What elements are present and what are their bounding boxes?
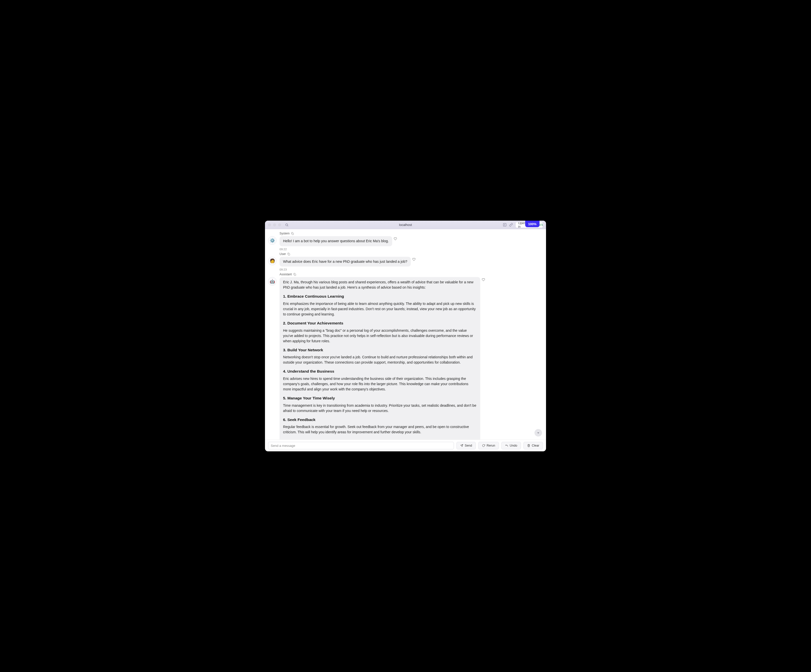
minimize-dot[interactable]	[273, 223, 276, 227]
svg-rect-5	[294, 274, 296, 276]
undo-button[interactable]: Undo	[501, 442, 521, 449]
section-heading: 6. Seek Feedback	[283, 417, 477, 423]
message-bubble: What advice does Eric have for a new PhD…	[280, 257, 411, 267]
enter-icon[interactable]	[503, 223, 507, 227]
copy-icon[interactable]	[293, 273, 296, 276]
role-label: User	[280, 252, 286, 256]
zoom-dot[interactable]	[278, 223, 281, 227]
section-body: Eric emphasizes the importance of being …	[283, 301, 477, 317]
avatar-user: 🧑	[268, 257, 277, 265]
clear-button[interactable]: Clear	[523, 442, 543, 449]
section-heading: 2. Document Your Achievements	[283, 320, 477, 326]
app-window: 100% localhost Open in Social and M	[265, 221, 546, 451]
chat-content: ⚙️ System Hello! I am a bot to help you …	[265, 229, 546, 440]
assistant-intro: Eric J. Ma, through his various blog pos…	[283, 279, 477, 290]
undo-icon	[505, 444, 508, 447]
copy-icon[interactable]	[287, 252, 290, 256]
avatar-assistant: 🤖	[268, 277, 277, 286]
close-dot[interactable]	[268, 223, 271, 227]
rerun-button[interactable]: Rerun	[478, 442, 499, 449]
svg-point-0	[285, 223, 288, 226]
section-heading: 5. Manage Your Time Wisely	[283, 395, 477, 401]
role-label: Assistant	[280, 273, 292, 276]
window-controls[interactable]	[268, 223, 281, 227]
svg-rect-3	[292, 233, 294, 235]
heart-icon[interactable]	[412, 258, 416, 261]
message-bubble: Hello! I am a bot to help you answer que…	[280, 236, 392, 246]
open-in-prefix: Open in	[518, 222, 526, 228]
clear-label: Clear	[532, 444, 539, 447]
message-input-placeholder: Send a message	[271, 444, 295, 448]
avatar-system: ⚙️	[268, 236, 277, 245]
send-icon	[460, 444, 463, 447]
address-bar-text: localhost	[399, 223, 412, 227]
copy-icon[interactable]	[291, 232, 294, 235]
titlebar: localhost Open in Social and M	[265, 221, 546, 229]
svg-line-1	[288, 225, 288, 226]
section-body: Regular feedback is essential for growth…	[283, 424, 477, 435]
scroll-down-button[interactable]	[534, 429, 542, 437]
heart-icon[interactable]	[482, 278, 485, 281]
section-heading: 3. Build Your Network	[283, 347, 477, 353]
send-label: Send	[465, 444, 472, 447]
send-button[interactable]: Send	[456, 442, 476, 449]
rerun-icon	[482, 444, 485, 447]
heart-icon[interactable]	[394, 237, 397, 240]
message-assistant: 🤖 Assistant Eric J. Ma, through his vari…	[268, 273, 543, 440]
message-bubble: Eric J. Ma, through his various blog pos…	[280, 277, 480, 440]
zoom-badge: 100%	[525, 221, 540, 227]
section-heading: 4. Understand the Business	[283, 369, 477, 374]
timestamp: 09:22	[280, 248, 543, 251]
footer: Send a message Send Rerun Undo Clear	[265, 440, 546, 451]
timestamp: 09:23	[280, 268, 543, 271]
section-body: Networking doesn't stop once you've land…	[283, 355, 477, 365]
section-body: He suggests maintaining a "brag doc" or …	[283, 328, 477, 344]
rerun-label: Rerun	[487, 444, 495, 447]
search-icon[interactable]	[285, 223, 288, 227]
trash-icon	[527, 444, 530, 447]
role-label: System	[280, 232, 290, 235]
undo-label: Undo	[510, 444, 517, 447]
message-user: 🧑 User What advice does Eric have for a …	[268, 252, 543, 271]
svg-rect-4	[288, 254, 290, 255]
section-heading: 7. Maintain Work-Life Balance	[283, 438, 477, 440]
section-body: Eric advises new hires to spend time und…	[283, 376, 477, 392]
section-body: Time management is key in transitioning …	[283, 403, 477, 413]
link-icon[interactable]	[509, 223, 513, 227]
section-heading: 1. Embrace Continuous Learning	[283, 294, 477, 299]
message-input[interactable]: Send a message	[268, 442, 454, 449]
message-system: ⚙️ System Hello! I am a bot to help you …	[268, 232, 543, 251]
